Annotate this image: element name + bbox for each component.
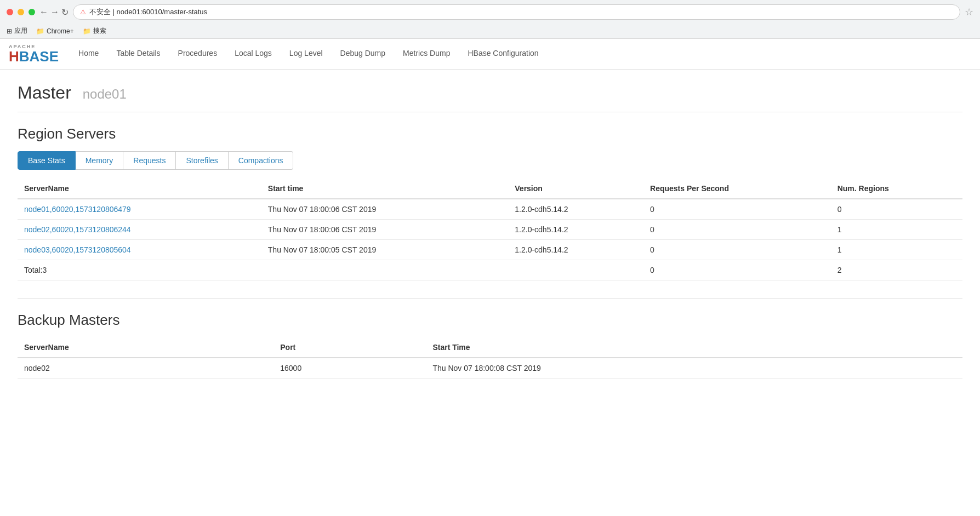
browser-chrome: ← → ↻ ⚠ 不安全 | node01:60010/master-status… — [0, 0, 980, 39]
total-label: Total:3 — [18, 260, 261, 280]
page-title: Master node01 — [18, 83, 962, 103]
total-requests: 0 — [643, 260, 831, 280]
bookmark-apps[interactable]: ⊞ 应用 — [7, 26, 27, 36]
backup-masters-table: ServerName Port Start Time node02 16000 … — [18, 337, 962, 379]
url-text: 不安全 | node01:60010/master-status — [89, 7, 207, 17]
bookmark-search-label: 搜索 — [93, 26, 106, 36]
region-servers-section: Region Servers Base Stats Memory Request… — [18, 125, 962, 280]
col-version: Version — [508, 179, 643, 199]
nav-home[interactable]: Home — [70, 39, 107, 69]
backup-col-port: Port — [274, 337, 426, 358]
back-button[interactable]: ← — [39, 7, 48, 17]
address-bar[interactable]: ⚠ 不安全 | node01:60010/master-status — [73, 4, 960, 20]
cell-servername: node02,60020,1573120806244 — [18, 220, 261, 240]
close-button[interactable] — [7, 9, 13, 15]
col-servername: ServerName — [18, 179, 261, 199]
cell-version: 1.2.0-cdh5.14.2 — [508, 220, 643, 240]
bookmarks-bar: ⊞ 应用 📁 Chrome+ 📁 搜索 — [0, 24, 980, 38]
tab-compactions[interactable]: Compactions — [229, 151, 294, 170]
backup-cell-start-time: Thu Nov 07 18:00:08 CST 2019 — [426, 358, 962, 379]
total-regions: 2 — [831, 260, 962, 280]
backup-masters-section: Backup Masters ServerName Port Start Tim… — [18, 312, 962, 379]
nav-arrows: ← → ↻ — [39, 7, 69, 18]
cell-start-time: Thu Nov 07 18:00:05 CST 2019 — [261, 240, 508, 260]
region-servers-table: ServerName Start time Version Requests P… — [18, 179, 962, 280]
nav-menu: Home Table Details Procedures Local Logs… — [70, 39, 548, 69]
server-link[interactable]: node02,60020,1573120806244 — [24, 225, 131, 234]
folder-icon-1: 📁 — [36, 27, 44, 35]
table-row: node03,60020,1573120805604 Thu Nov 07 18… — [18, 240, 962, 260]
bookmark-apps-label: 应用 — [14, 26, 27, 36]
cell-version: 1.2.0-cdh5.14.2 — [508, 199, 643, 220]
app-navbar: APACHE HBASE Home Table Details Procedur… — [0, 39, 980, 70]
bookmark-star-icon[interactable]: ☆ — [965, 6, 973, 18]
main-content: Master node01 Region Servers Base Stats … — [0, 70, 980, 409]
minimize-button[interactable] — [18, 9, 24, 15]
tab-storefiles[interactable]: Storefiles — [176, 151, 228, 170]
nav-debug-dump[interactable]: Debug Dump — [332, 39, 395, 69]
backup-cell-server: node02 — [18, 358, 274, 379]
page-title-section: Master node01 — [18, 83, 962, 112]
nav-log-level[interactable]: Log Level — [281, 39, 332, 69]
tab-requests[interactable]: Requests — [123, 151, 176, 170]
cell-servername: node01,60020,1573120806479 — [18, 199, 261, 220]
nav-local-logs[interactable]: Local Logs — [226, 39, 281, 69]
total-row: Total:3 0 2 — [18, 260, 962, 280]
nav-hbase-configuration[interactable]: HBase Configuration — [459, 39, 547, 69]
col-start-time: Start time — [261, 179, 508, 199]
table-row: node02,60020,1573120806244 Thu Nov 07 18… — [18, 220, 962, 240]
reload-button[interactable]: ↻ — [61, 7, 69, 18]
server-link[interactable]: node01,60020,1573120806479 — [24, 205, 131, 214]
cell-regions: 1 — [831, 220, 962, 240]
bookmark-search[interactable]: 📁 搜索 — [83, 26, 106, 36]
section-divider — [18, 298, 962, 299]
logo-h: H — [9, 48, 19, 65]
browser-titlebar: ← → ↻ ⚠ 不安全 | node01:60010/master-status… — [0, 0, 980, 24]
logo-base: BASE — [19, 48, 59, 65]
col-num-regions: Num. Regions — [831, 179, 962, 199]
cell-start-time: Thu Nov 07 18:00:06 CST 2019 — [261, 199, 508, 220]
tab-base-stats[interactable]: Base Stats — [18, 151, 76, 170]
backup-header-row: ServerName Port Start Time — [18, 337, 962, 358]
backup-masters-title: Backup Masters — [18, 312, 962, 329]
maximize-button[interactable] — [29, 9, 35, 15]
region-servers-title: Region Servers — [18, 125, 962, 142]
cell-requests: 0 — [643, 199, 831, 220]
col-requests-per-second: Requests Per Second — [643, 179, 831, 199]
server-link[interactable]: node03,60020,1573120805604 — [24, 245, 131, 254]
cell-requests: 0 — [643, 220, 831, 240]
cell-start-time: Thu Nov 07 18:00:06 CST 2019 — [261, 220, 508, 240]
cell-regions: 1 — [831, 240, 962, 260]
apps-grid-icon: ⊞ — [7, 27, 12, 35]
cell-regions: 0 — [831, 199, 962, 220]
backup-table-row: node02 16000 Thu Nov 07 18:00:08 CST 201… — [18, 358, 962, 379]
region-servers-tabs: Base Stats Memory Requests Storefiles Co… — [18, 151, 962, 170]
app-logo: APACHE HBASE — [9, 44, 59, 64]
forward-button[interactable]: → — [50, 7, 59, 17]
nav-table-details[interactable]: Table Details — [107, 39, 169, 69]
nav-procedures[interactable]: Procedures — [169, 39, 226, 69]
folder-icon-2: 📁 — [83, 27, 91, 35]
backup-cell-port: 16000 — [274, 358, 426, 379]
tab-memory[interactable]: Memory — [76, 151, 124, 170]
nav-metrics-dump[interactable]: Metrics Dump — [394, 39, 459, 69]
cell-servername: node03,60020,1573120805604 — [18, 240, 261, 260]
logo-hbase-text: HBASE — [9, 49, 59, 64]
table-row: node01,60020,1573120806479 Thu Nov 07 18… — [18, 199, 962, 220]
total-start-time — [261, 260, 508, 280]
cell-version: 1.2.0-cdh5.14.2 — [508, 240, 643, 260]
lock-icon: ⚠ — [80, 8, 86, 16]
backup-col-servername: ServerName — [18, 337, 274, 358]
backup-col-start-time: Start Time — [426, 337, 962, 358]
page-title-text: Master — [18, 83, 71, 102]
hostname-text: node01 — [83, 87, 127, 101]
total-version — [508, 260, 643, 280]
cell-requests: 0 — [643, 240, 831, 260]
table-header-row: ServerName Start time Version Requests P… — [18, 179, 962, 199]
bookmark-chrome-plus[interactable]: 📁 Chrome+ — [36, 27, 74, 35]
backup-server-link[interactable]: node02 — [24, 364, 50, 372]
bookmark-chrome-label: Chrome+ — [47, 27, 74, 35]
